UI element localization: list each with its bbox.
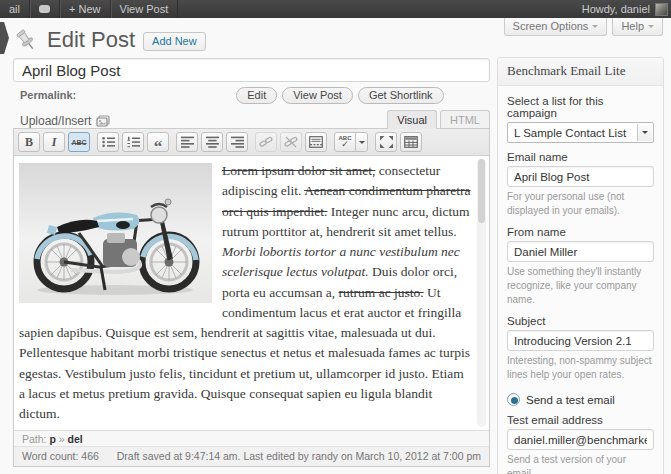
subject-input[interactable] — [507, 330, 654, 351]
blockquote-button[interactable]: “ — [147, 132, 169, 152]
italic-button[interactable]: I — [43, 132, 65, 152]
bullet-list-button[interactable] — [97, 132, 119, 152]
align-right-button[interactable] — [226, 132, 248, 152]
campaign-list-label: Select a list for this campaign — [507, 95, 654, 119]
spellcheck-button[interactable]: ABC ✓ — [334, 132, 356, 152]
editor-path-bar: Path: p » del — [14, 430, 489, 446]
comment-bubble-icon — [39, 5, 50, 13]
editor-scrollbar[interactable] — [477, 159, 486, 427]
path-element-del[interactable]: del — [68, 433, 83, 445]
chevron-down-icon — [359, 141, 365, 147]
test-email-address-help: Send a test version of your email. — [507, 453, 654, 474]
draft-save-status: Draft saved at 9:47:14 am. Last edited b… — [117, 450, 481, 462]
align-left-button[interactable] — [176, 132, 198, 152]
new-content-button[interactable]: + New — [60, 0, 111, 18]
link-button[interactable] — [255, 132, 277, 152]
path-element-p[interactable]: p — [49, 433, 55, 445]
page-title: Edit Post — [47, 27, 135, 53]
campaign-list-select[interactable]: L Sample Contact List — [507, 122, 654, 143]
post-title-input[interactable] — [13, 58, 490, 82]
get-shortlink-button[interactable]: Get Shortlink — [358, 87, 444, 104]
comments-bubble-button[interactable] — [30, 0, 60, 18]
benchmark-panel-title[interactable]: Benchmark Email Lite — [498, 58, 663, 86]
from-name-label: From name — [507, 226, 654, 238]
email-name-label: Email name — [507, 151, 654, 163]
select-dropdown-icon[interactable] — [637, 124, 652, 141]
more-tag-button[interactable] — [305, 132, 327, 152]
kitchen-sink-button[interactable] — [400, 132, 422, 152]
unlink-button[interactable] — [280, 132, 302, 152]
subject-label: Subject — [507, 315, 654, 327]
screen-options-button[interactable]: Screen Options — [504, 18, 608, 36]
bold-button[interactable]: B — [18, 132, 40, 152]
add-media-icon[interactable] — [96, 115, 110, 127]
subject-help: Interesting, non-spammy subject lines he… — [507, 354, 654, 382]
howdy-user[interactable]: Howdy, daniel — [582, 3, 650, 15]
strikethrough-button[interactable]: ABC — [68, 132, 90, 152]
chevron-down-icon — [648, 25, 654, 31]
add-new-button[interactable]: Add New — [143, 32, 206, 51]
radio-selected-icon[interactable] — [507, 393, 520, 406]
site-name[interactable]: ail — [0, 0, 30, 18]
tab-visual[interactable]: Visual — [387, 110, 437, 129]
from-name-input[interactable] — [507, 241, 654, 262]
send-test-email-option[interactable]: Send a test email — [507, 393, 654, 406]
test-email-address-label: Test email address — [507, 414, 654, 426]
user-avatar[interactable] — [655, 3, 668, 16]
test-email-address-input[interactable] — [507, 429, 654, 450]
upload-insert-link[interactable]: Upload/Insert — [20, 114, 110, 128]
chevron-down-icon — [592, 25, 598, 31]
view-post-button[interactable]: View Post — [282, 87, 353, 104]
wordpress-edit-post-page: ail + New View Post Howdy, daniel Screen… — [0, 0, 671, 474]
benchmark-email-panel: Benchmark Email Lite Select a list for t… — [497, 57, 664, 474]
view-post-adminbar-button[interactable]: View Post — [111, 0, 179, 18]
pushpin-icon — [13, 27, 39, 53]
editor-canvas[interactable]: Lorem ipsum dolor sit amet, consectetur … — [14, 156, 489, 430]
align-center-button[interactable] — [201, 132, 223, 152]
post-content-editor: B I ABC “ — [13, 128, 490, 467]
fullscreen-button[interactable] — [375, 132, 397, 152]
numbered-list-button[interactable] — [122, 132, 144, 152]
help-button[interactable]: Help — [612, 18, 663, 36]
scrollbar-thumb[interactable] — [478, 159, 485, 223]
email-name-input[interactable] — [507, 166, 654, 187]
editor-status-bar: Word count: 466 Draft saved at 9:47:14 a… — [14, 446, 489, 466]
from-name-help: Use something they'll instantly recogniz… — [507, 265, 654, 307]
admin-bar: ail + New View Post Howdy, daniel — [0, 0, 671, 18]
word-count: Word count: 466 — [22, 450, 99, 462]
tab-html[interactable]: HTML — [440, 110, 490, 129]
permalink-edit-button[interactable]: Edit — [236, 87, 277, 104]
permalink-label: Permalink: — [20, 89, 76, 101]
email-name-help: For your personal use (not displayed in … — [507, 190, 654, 218]
editor-toolbar: B I ABC “ — [14, 129, 489, 156]
motorcycle-image[interactable] — [19, 163, 212, 303]
spellcheck-dropdown-button[interactable] — [355, 132, 368, 152]
